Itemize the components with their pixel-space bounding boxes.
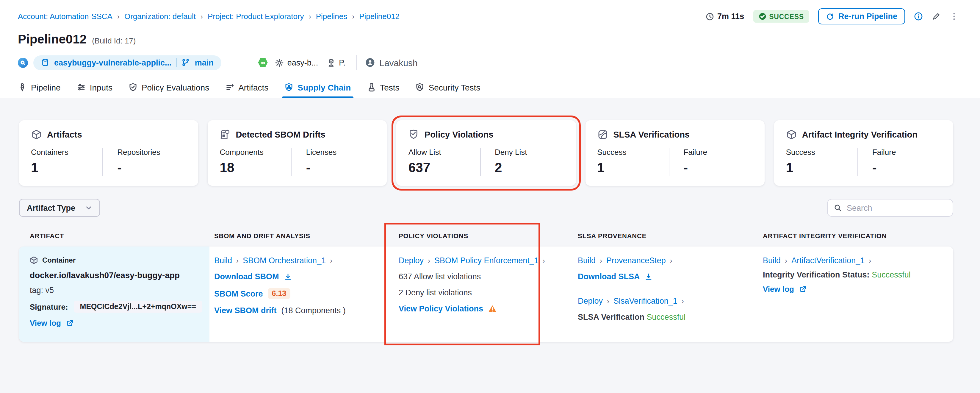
refresh-icon <box>826 12 834 21</box>
source-provider-icon <box>18 58 28 67</box>
tab-pipeline[interactable]: Pipeline <box>18 77 61 97</box>
branch-name[interactable]: main <box>195 58 213 67</box>
breadcrumb-account[interactable]: Account: Automation-SSCA <box>18 12 113 21</box>
slsa-verify-breadcrumb: Deploy › SlsaVerification_1 › <box>578 297 750 305</box>
repo-name[interactable]: easybuggy-vulnerable-applic... <box>54 58 172 67</box>
status-successful: Successful <box>647 313 686 321</box>
download-icon <box>284 272 292 281</box>
card-policy-violations: Policy Violations Allow List 637 Deny Li… <box>396 120 576 186</box>
breadcrumb-organization[interactable]: Organization: default <box>124 12 196 21</box>
search-box[interactable] <box>827 199 953 217</box>
tab-artifacts[interactable]: Artifacts <box>225 77 268 97</box>
status-successful: Successful <box>872 270 911 279</box>
card-title: SLSA Verifications <box>613 130 690 139</box>
sbom-score-link[interactable]: SBOM Score 6.13 <box>214 288 386 299</box>
status-badge: SUCCESS <box>753 10 809 22</box>
info-icon <box>914 12 923 21</box>
pipeline-icon <box>18 83 27 92</box>
integrity-verification-status: Integrity Verification Status: Successfu… <box>763 270 945 279</box>
breadcrumb-pipeline012[interactable]: Pipeline012 <box>359 12 399 21</box>
supply-chain-shield-icon <box>285 83 293 92</box>
deny-list-violations: 2 Deny list violations <box>399 288 565 297</box>
slsa-step-breadcrumb: Build › ProvenanceStep › <box>578 256 750 265</box>
external-link-icon <box>799 285 807 293</box>
stat-deny-list: Deny List 2 <box>480 148 564 176</box>
summary-cards: Artifacts Containers 1 Repositories - <box>19 98 953 186</box>
breadcrumb-separator: › <box>670 256 672 265</box>
stat-containers: Containers 1 <box>31 148 102 176</box>
column-artifact: ARTIFACT <box>19 232 210 240</box>
drift-components-note: (18 Components ) <box>282 306 346 315</box>
stage-link[interactable]: Deploy <box>399 256 424 265</box>
triggered-by-user: Lavakush <box>365 58 417 67</box>
view-log-link[interactable]: View log <box>30 319 201 328</box>
card-artifact-integrity: Artifact Integrity Verification Success … <box>774 120 953 186</box>
breadcrumb-separator: › <box>607 297 609 305</box>
stage-link[interactable]: Build <box>763 256 781 265</box>
tab-inputs[interactable]: Inputs <box>77 77 113 97</box>
supply-chain-panel: Artifacts Containers 1 Repositories - <box>0 98 980 393</box>
column-policy-violations: POLICY VIOLATIONS <box>394 232 573 240</box>
breadcrumb: Account: Automation-SSCA › Organization:… <box>18 12 399 21</box>
step-link[interactable]: SBOM Policy Enforcement_1 <box>434 256 538 265</box>
slsa-verification-status: SLSA Verification Successful <box>578 313 750 321</box>
page-title: Pipeline012 <box>18 32 87 46</box>
breadcrumb-pipelines[interactable]: Pipelines <box>316 12 347 21</box>
clock-icon <box>705 12 714 21</box>
artifact-type: Container <box>30 256 201 264</box>
stage-link[interactable]: Build <box>214 256 232 265</box>
filter-bar: Artifact Type <box>19 199 953 217</box>
execution-tabs: Pipeline Inputs Policy Evaluations Artif… <box>0 77 980 98</box>
tab-supply-chain[interactable]: Supply Chain <box>285 77 351 97</box>
tab-policy-evaluations[interactable]: Policy Evaluations <box>129 77 209 97</box>
trigger-info[interactable]: easy-b... <box>275 58 318 67</box>
card-sbom-drifts: Detected SBOM Drifts Components 18 Licen… <box>208 120 387 186</box>
card-title: Policy Violations <box>425 130 493 139</box>
more-options-button[interactable] <box>950 12 959 21</box>
artifact-type-dropdown[interactable]: Artifact Type <box>19 199 100 217</box>
gear-icon <box>275 58 284 67</box>
signature-value[interactable]: MEQCICde2Vjl...L+2+mqnOXw== <box>74 301 202 313</box>
download-sbom-link[interactable]: Download SBOM <box>214 272 386 281</box>
cube-icon <box>30 256 38 264</box>
breadcrumb-separator: › <box>600 256 602 265</box>
table-header: ARTIFACT SBOM AND DRIFT ANALYSIS POLICY … <box>19 232 953 240</box>
step-link[interactable]: SBOM Orchestration_1 <box>243 256 326 265</box>
execution-info-button[interactable] <box>914 12 923 21</box>
kebab-menu-icon <box>950 12 959 21</box>
stat-components: Components 18 <box>220 148 291 176</box>
view-policy-violations-link[interactable]: View Policy Violations <box>399 304 565 313</box>
stage-link[interactable]: Deploy <box>578 297 603 305</box>
step-link[interactable]: ProvenanceStep <box>606 256 666 265</box>
environment-info[interactable]: P. <box>326 58 345 67</box>
breadcrumb-project[interactable]: Project: Product Exploratory <box>208 12 304 21</box>
stat-integrity-failure: Failure - <box>858 148 941 176</box>
step-link[interactable]: ArtifactVerification_1 <box>791 256 865 265</box>
tab-security-tests[interactable]: Security Tests <box>415 77 480 97</box>
view-sbom-drift-link[interactable]: View SBOM drift (18 Components ) <box>214 306 386 315</box>
breadcrumb-separator: › <box>542 256 545 265</box>
search-input[interactable] <box>847 203 947 212</box>
repo-branch-pill[interactable]: easybuggy-vulnerable-applic... main <box>33 55 221 70</box>
view-log-link[interactable]: View log <box>763 284 945 294</box>
card-title: Detected SBOM Drifts <box>235 130 325 139</box>
tab-tests[interactable]: Tests <box>367 77 399 97</box>
artifact-tag: tag: v5 <box>30 286 201 295</box>
breadcrumb-separator: › <box>309 12 311 21</box>
edit-pipeline-button[interactable] <box>932 12 941 21</box>
sliders-icon <box>77 83 86 92</box>
chevron-down-icon <box>85 204 92 211</box>
step-link[interactable]: SlsaVerification_1 <box>614 297 678 305</box>
breadcrumb-separator: › <box>682 297 684 305</box>
download-slsa-link[interactable]: Download SLSA <box>578 272 750 281</box>
stat-integrity-success: Success 1 <box>786 148 858 176</box>
rerun-pipeline-button[interactable]: Re-run Pipeline <box>818 8 905 24</box>
download-icon <box>645 272 653 281</box>
stat-licenses: Licenses - <box>291 148 375 176</box>
search-icon <box>834 204 842 212</box>
shield-check-icon <box>409 129 419 140</box>
stage-link[interactable]: Build <box>578 256 596 265</box>
magnifier-glyph <box>20 60 25 65</box>
policy-step-breadcrumb: Deploy › SBOM Policy Enforcement_1 › <box>399 256 565 265</box>
pencil-icon <box>932 12 941 21</box>
